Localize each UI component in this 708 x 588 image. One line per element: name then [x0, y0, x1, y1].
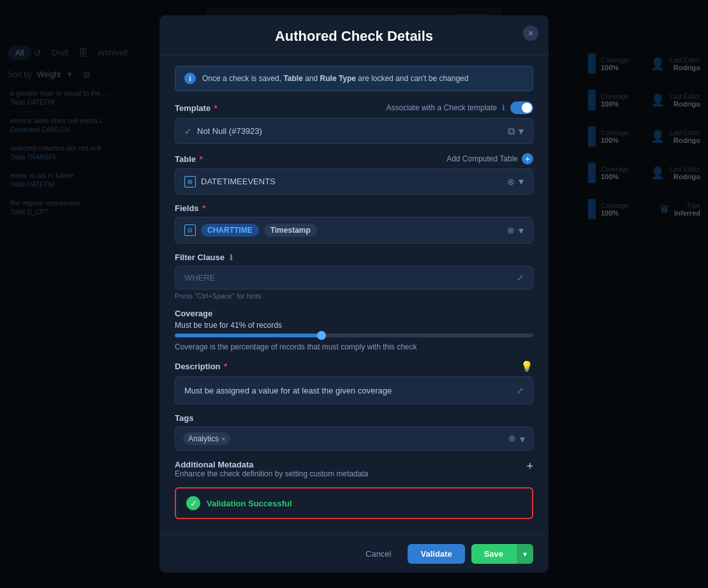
expand-icon[interactable]: ⤢	[517, 273, 524, 283]
modal-title: Authored Check Details	[275, 28, 433, 44]
template-input[interactable]: ✓ Not Null (#73923) ⧉ ▾	[175, 118, 533, 144]
template-actions: ⧉ ▾	[508, 125, 524, 137]
associate-check: Associate with a Check template ℹ	[387, 101, 533, 114]
fields-input[interactable]: ⊟ CHARTTIME Timestamp ⊗ ▾	[175, 217, 533, 244]
info-icon: i	[184, 73, 196, 84]
filter-label: Filter Clause ℹ	[175, 253, 233, 262]
clear-icon[interactable]: ⊗	[507, 177, 515, 187]
add-metadata-button[interactable]: +	[526, 460, 533, 473]
tags-label: Tags	[175, 413, 193, 423]
description-row: Description * 💡 Must be assigned a value…	[175, 360, 533, 404]
cancel-button[interactable]: Cancel	[355, 544, 401, 564]
coverage-section-label: Coverage	[175, 309, 533, 318]
modal-footer: Cancel Validate Save ▾	[159, 534, 549, 573]
expand-icon[interactable]: ⤢	[517, 386, 524, 395]
filter-placeholder: WHERE	[184, 273, 215, 283]
filter-info-icon: ℹ	[230, 253, 233, 262]
analytics-tag: Analytics ×	[183, 432, 230, 445]
modal-header: Authored Check Details ×	[159, 15, 549, 55]
table-icon: ⊞	[184, 176, 196, 187]
table-actions: ⊗ ▾	[507, 175, 524, 187]
add-computed[interactable]: Add Computed Table +	[446, 153, 533, 165]
chevron-down-icon[interactable]: ▾	[520, 433, 525, 445]
required-indicator: *	[214, 103, 218, 113]
template-label: Template *	[175, 103, 218, 113]
slider-thumb[interactable]	[317, 331, 326, 340]
chevron-down-icon[interactable]: ▾	[519, 175, 524, 187]
fields-label-row: Fields *	[175, 203, 533, 213]
save-button[interactable]: Save	[471, 544, 516, 564]
fields-label: Fields *	[175, 203, 205, 213]
info-banner: i Once a check is saved, Table and Rule …	[175, 66, 533, 91]
filter-clause-row: Filter Clause ℹ WHERE ⤢ Press "Ctrl+Spac…	[175, 253, 533, 300]
description-input[interactable]: Must be assigned a value for at least th…	[175, 376, 533, 404]
table-label: Table *	[175, 154, 203, 164]
copy-icon[interactable]: ⧉	[508, 126, 515, 137]
lightbulb-icon[interactable]: 💡	[520, 360, 533, 372]
validate-button[interactable]: Validate	[408, 544, 464, 564]
template-value: Not Null (#73923)	[197, 126, 503, 136]
meta-header: Additional Metadata Enhance the check de…	[175, 460, 533, 478]
required-indicator: *	[200, 154, 203, 164]
description-value: Must be assigned a value for at least th…	[184, 386, 392, 395]
additional-metadata-section: Additional Metadata Enhance the check de…	[175, 460, 533, 478]
associate-info-icon: ℹ	[502, 103, 505, 112]
add-computed-button[interactable]: +	[522, 153, 533, 165]
check-icon: ✓	[184, 126, 192, 136]
tags-label-row: Tags	[175, 413, 533, 423]
slider-track	[175, 334, 321, 337]
meta-info: Additional Metadata Enhance the check de…	[175, 460, 369, 478]
chevron-down-icon[interactable]: ▾	[519, 125, 524, 137]
meta-description: Enhance the check definition by setting …	[175, 469, 369, 478]
coverage-section: Coverage Must be true for 41% of records…	[175, 309, 533, 351]
table-value: DATETIMEEVENTS	[201, 177, 502, 186]
tag-value: Analytics	[188, 434, 219, 443]
tags-actions: ⊗ ▾	[508, 433, 525, 445]
filter-input[interactable]: WHERE ⤢	[175, 266, 533, 290]
clear-icon[interactable]: ⊗	[507, 225, 515, 235]
filter-hint: Press "Ctrl+Space" for hints	[175, 292, 533, 300]
description-label: Description *	[175, 362, 227, 371]
check-circle-icon: ✓	[186, 496, 200, 510]
save-dropdown-button[interactable]: ▾	[516, 544, 533, 564]
field-tag-timestamp: Timestamp	[264, 224, 317, 237]
required-indicator: *	[202, 203, 205, 213]
tags-row: Tags Analytics × ⊗ ▾	[175, 413, 533, 451]
modal: Authored Check Details × i Once a check …	[159, 15, 549, 573]
fields-row: Fields * ⊟ CHARTTIME Timestamp ⊗ ▾	[175, 203, 533, 244]
coverage-description: Must be true for 41% of records	[175, 321, 533, 330]
info-text: Once a check is saved, Table and Rule Ty…	[202, 74, 468, 83]
table-label-row: Table * Add Computed Table +	[175, 153, 533, 165]
close-button[interactable]: ×	[523, 26, 538, 41]
chevron-down-icon[interactable]: ▾	[519, 224, 524, 237]
table-input[interactable]: ⊞ DATETIMEEVENTS ⊗ ▾	[175, 168, 533, 195]
save-button-group: Save ▾	[471, 544, 533, 564]
filter-label-row: Filter Clause ℹ	[175, 253, 533, 262]
table-row: Table * Add Computed Table + ⊞ DATETIMEE…	[175, 153, 533, 195]
clear-icon[interactable]: ⊗	[508, 433, 516, 445]
coverage-slider[interactable]	[175, 334, 533, 337]
description-label-row: Description * 💡	[175, 360, 533, 372]
field-tag-charttime: CHARTTIME	[201, 224, 259, 237]
template-row: Template * Associate with a Check templa…	[175, 101, 533, 144]
tag-remove-button[interactable]: ×	[221, 435, 225, 443]
associate-label: Associate with a Check template	[387, 103, 497, 112]
validation-success-banner: ✓ Validation Successful	[175, 487, 533, 519]
add-computed-label: Add Computed Table	[446, 154, 518, 163]
required-indicator: *	[224, 362, 227, 371]
tags-input[interactable]: Analytics × ⊗ ▾	[175, 427, 533, 451]
meta-title: Additional Metadata	[175, 460, 369, 469]
template-label-row: Template * Associate with a Check templa…	[175, 101, 533, 114]
associate-toggle[interactable]	[510, 101, 533, 114]
coverage-helper: Coverage is the percentage of records th…	[175, 342, 533, 351]
fields-actions: ⊗ ▾	[507, 224, 524, 237]
columns-icon: ⊟	[184, 224, 196, 236]
validation-text: Validation Successful	[207, 499, 292, 508]
modal-body: i Once a check is saved, Table and Rule …	[159, 55, 549, 534]
